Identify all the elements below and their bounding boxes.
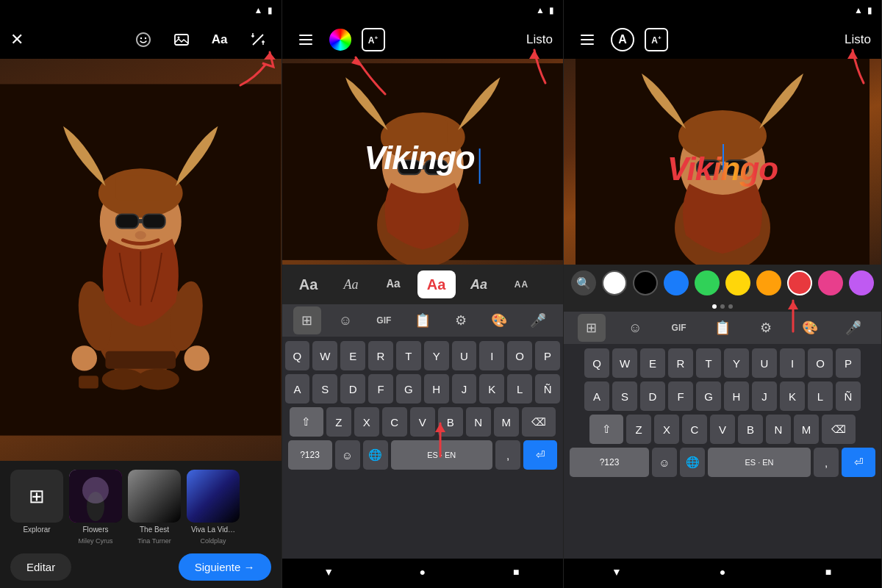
key-G-3[interactable]: G — [696, 381, 721, 411]
key-globe-3[interactable]: 🌐 — [680, 448, 705, 477]
color-green[interactable] — [695, 270, 720, 295]
key-space-3[interactable]: ES · EN — [708, 448, 811, 477]
key-C-3[interactable]: C — [682, 415, 707, 444]
key-O[interactable]: O — [507, 341, 532, 370]
kb-emoji-button[interactable]: ☺ — [331, 306, 359, 334]
font-option-display[interactable]: Aa — [417, 270, 456, 298]
nav-home-3[interactable]: ● — [708, 557, 737, 587]
key-R[interactable]: R — [368, 341, 393, 370]
key-V[interactable]: V — [410, 407, 435, 437]
key-P[interactable]: P — [535, 341, 560, 370]
key-Y[interactable]: Y — [424, 341, 449, 370]
font-option-sans[interactable]: Aa — [290, 270, 328, 298]
key-N-tilde-3[interactable]: Ñ — [836, 381, 861, 411]
font-option-caps[interactable]: AA — [503, 270, 541, 298]
key-W-3[interactable]: W — [612, 348, 637, 378]
nav-home-2[interactable]: ● — [408, 557, 437, 587]
key-U-3[interactable]: U — [752, 348, 777, 378]
key-J-3[interactable]: J — [752, 381, 777, 411]
color-red[interactable] — [787, 270, 812, 295]
kb-mic-button-3[interactable]: 🎤 — [839, 314, 867, 342]
kb-clipboard-button[interactable]: 📋 — [409, 306, 437, 334]
sticker-icon[interactable] — [130, 26, 157, 53]
vikingo-text-3[interactable]: Vikingo — [721, 144, 724, 179]
font-size-button[interactable]: A+ — [362, 28, 385, 51]
vikingo-text-2[interactable]: Vikingo — [364, 140, 481, 184]
font-option-script[interactable]: Aa — [332, 270, 370, 298]
key-V-3[interactable]: V — [710, 415, 735, 444]
key-shift-3[interactable]: ⇧ — [589, 415, 623, 444]
close-button[interactable]: ✕ — [10, 30, 24, 49]
key-Q-3[interactable]: Q — [584, 348, 609, 378]
key-B[interactable]: B — [438, 407, 463, 437]
key-H-3[interactable]: H — [724, 381, 749, 411]
color-orange[interactable] — [756, 270, 781, 295]
key-F-3[interactable]: F — [668, 381, 693, 411]
key-comma[interactable]: , — [495, 440, 520, 470]
key-A-3[interactable]: A — [584, 381, 609, 411]
kb-gif-button[interactable]: GIF — [370, 306, 398, 334]
menu-icon-3[interactable] — [574, 26, 600, 53]
key-N-tilde[interactable]: Ñ — [535, 374, 560, 404]
color-pink[interactable] — [818, 270, 843, 295]
key-F[interactable]: F — [368, 374, 393, 404]
kb-settings-button[interactable]: ⚙ — [447, 306, 475, 334]
key-T-3[interactable]: T — [696, 348, 721, 378]
text-icon[interactable]: Aa — [207, 26, 233, 53]
explore-item[interactable]: ⊞ Explorar — [10, 470, 63, 534]
kb-grid-button[interactable]: ⊞ — [293, 306, 321, 334]
color-yellow[interactable] — [725, 270, 750, 295]
kb-gif-button-3[interactable]: GIF — [665, 314, 693, 342]
key-Z-3[interactable]: Z — [626, 415, 651, 444]
font-option-italic[interactable]: Aa — [460, 270, 498, 298]
key-E[interactable]: E — [340, 341, 365, 370]
key-space[interactable]: ES · EN — [391, 440, 493, 470]
key-K-3[interactable]: K — [780, 381, 805, 411]
best-item[interactable]: The Best Tina Turner — [128, 470, 181, 545]
key-M[interactable]: M — [494, 407, 519, 437]
key-I[interactable]: I — [479, 341, 504, 370]
font-style-button[interactable]: A — [611, 28, 634, 51]
listo-button[interactable]: Listo — [526, 32, 553, 47]
kb-clipboard-button-3[interactable]: 📋 — [709, 314, 736, 342]
key-shift[interactable]: ⇧ — [290, 407, 323, 437]
key-T[interactable]: T — [396, 341, 421, 370]
key-L[interactable]: L — [507, 374, 532, 404]
key-N[interactable]: N — [466, 407, 491, 437]
gallery-icon[interactable] — [168, 26, 195, 53]
eyedropper-button[interactable]: 🔍 — [571, 270, 596, 295]
kb-settings-button-3[interactable]: ⚙ — [752, 314, 780, 342]
magic-wand-icon[interactable] — [245, 26, 271, 53]
key-O-3[interactable]: O — [808, 348, 833, 378]
key-A[interactable]: A — [285, 374, 310, 404]
color-purple[interactable] — [849, 270, 874, 295]
key-S[interactable]: S — [312, 374, 337, 404]
nav-back-2[interactable]: ▼ — [314, 557, 343, 587]
nav-back-3[interactable]: ▼ — [602, 557, 631, 587]
key-X-3[interactable]: X — [654, 415, 679, 444]
key-M-3[interactable]: M — [794, 415, 819, 444]
color-white[interactable] — [602, 270, 627, 295]
key-H[interactable]: H — [424, 374, 449, 404]
key-K[interactable]: K — [479, 374, 504, 404]
key-G[interactable]: G — [396, 374, 421, 404]
flowers-item[interactable]: Flowers Miley Cyrus — [69, 470, 122, 545]
kb-grid-button-3[interactable]: ⊞ — [578, 314, 606, 342]
key-Y-3[interactable]: Y — [724, 348, 749, 378]
key-U[interactable]: U — [452, 341, 477, 370]
key-emoji[interactable]: ☺ — [335, 440, 360, 470]
key-R-3[interactable]: R — [668, 348, 693, 378]
color-black[interactable] — [633, 270, 658, 295]
key-J[interactable]: J — [452, 374, 477, 404]
key-I-3[interactable]: I — [780, 348, 805, 378]
menu-icon[interactable] — [293, 26, 319, 53]
font-option-mono[interactable]: Aa — [375, 270, 413, 298]
key-P-3[interactable]: P — [836, 348, 861, 378]
color-picker-button[interactable] — [329, 29, 351, 51]
key-globe[interactable]: 🌐 — [363, 440, 388, 470]
key-Z[interactable]: Z — [326, 407, 351, 437]
key-Q[interactable]: Q — [285, 341, 310, 370]
next-button[interactable]: Siguiente → — [179, 553, 271, 581]
key-E-3[interactable]: E — [640, 348, 665, 378]
key-L-3[interactable]: L — [808, 381, 833, 411]
